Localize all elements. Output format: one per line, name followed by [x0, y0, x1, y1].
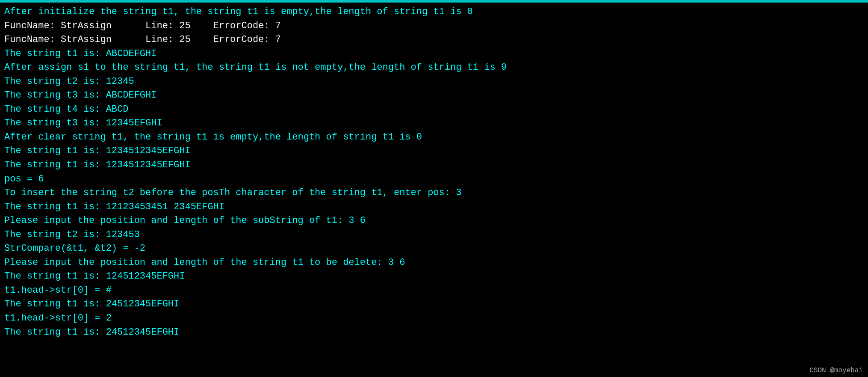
terminal-line-2: FuncName: StrAssign Line: 25 ErrorCode: … — [4, 33, 864, 47]
terminal-line-8: The string t3 is: 12345EFGHI — [4, 116, 864, 131]
terminal-line-7: The string t4 is: ABCD — [4, 103, 864, 117]
terminal-line-14: The string t1 is: 12123453451 2345EFGHI — [4, 200, 864, 214]
terminal-line-5: The string t2 is: 12345 — [4, 75, 864, 89]
terminal-line-0: After initialize the string t1, the stri… — [4, 5, 864, 19]
terminal-line-9: After clear string t1, the string t1 is … — [4, 131, 864, 145]
terminal-line-1: FuncName: StrAssign Line: 25 ErrorCode: … — [4, 19, 864, 33]
terminal-line-16: The string t2 is: 123453 — [4, 228, 864, 242]
terminal-line-19: The string t1 is: 124512345EFGHI — [4, 270, 864, 284]
watermark: CSDN @moyebai — [809, 367, 863, 374]
terminal-line-6: The string t3 is: ABCDEFGHI — [4, 89, 864, 103]
terminal-line-10: The string t1 is: 1234512345EFGHI — [4, 144, 864, 158]
terminal-line-3: The string t1 is: ABCDEFGHI — [4, 47, 864, 61]
terminal-output: After initialize the string t1, the stri… — [4, 5, 864, 339]
terminal-line-23: The string t1 is: 24512345EFGHI — [4, 326, 864, 340]
terminal-window: After initialize the string t1, the stri… — [0, 3, 868, 377]
terminal-line-17: StrCompare(&t1, &t2) = -2 — [4, 242, 864, 256]
terminal-line-20: t1.head->str[0] = # — [4, 284, 864, 298]
terminal-line-13: To insert the string t2 before the posTh… — [4, 186, 864, 200]
terminal-line-21: The string t1 is: 24512345EFGHI — [4, 297, 864, 312]
terminal-line-15: Please input the position and length of … — [4, 214, 864, 228]
terminal-line-18: Please input the position and length of … — [4, 256, 864, 270]
terminal-line-11: The string t1 is: 1234512345EFGHI — [4, 158, 864, 172]
terminal-line-22: t1.head->str[0] = 2 — [4, 312, 864, 326]
terminal-line-12: pos = 6 — [4, 172, 864, 187]
terminal-line-4: After assign s1 to the string t1, the st… — [4, 61, 864, 75]
